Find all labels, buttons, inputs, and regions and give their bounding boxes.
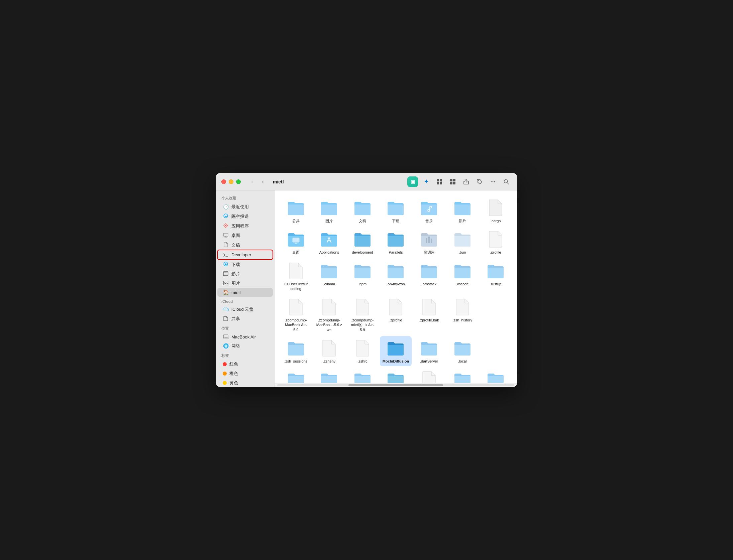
- sidebar-item-tag-yellow-label: 黄色: [229, 380, 238, 386]
- file-item-downloads[interactable]: 下载: [380, 196, 412, 226]
- pictures-icon: [223, 281, 229, 286]
- sidebar-item-shared[interactable]: 共享: [217, 314, 273, 323]
- file-item-vscode[interactable]: .vscode: [446, 259, 479, 294]
- file-item-dart-tool[interactable]: .dart-tool: [380, 368, 412, 383]
- file-label-dartserver: .dartServer: [420, 359, 438, 364]
- file-item-movies[interactable]: 影片: [446, 196, 479, 226]
- sidebar-item-downloads[interactable]: 下载: [217, 260, 273, 269]
- sidebar-item-tag-orange[interactable]: 橙色: [217, 369, 273, 378]
- sort-button[interactable]: [447, 176, 458, 187]
- maximize-button[interactable]: [236, 179, 241, 184]
- file-item-zcompdump3[interactable]: .zcompdump-mietl的...k Air-5.9: [346, 295, 379, 335]
- file-label-orbstack: .orbstack: [422, 282, 437, 286]
- sidebar-item-macbook[interactable]: MacBook Air: [217, 332, 273, 341]
- sidebar-item-tag-orange-label: 橙色: [229, 371, 238, 377]
- file-item-rustup[interactable]: .rustup: [480, 259, 512, 294]
- svg-rect-22: [224, 272, 224, 272]
- desktop-icon: [223, 233, 229, 239]
- file-label-mochidiffusion: MochiDiffusion: [383, 359, 409, 364]
- file-item-npm[interactable]: .npm: [346, 259, 379, 294]
- network-icon: 🌐: [223, 343, 229, 348]
- share-button[interactable]: [461, 176, 472, 187]
- file-item-pictures[interactable]: 图片: [313, 196, 345, 226]
- svg-rect-3: [440, 182, 442, 184]
- file-item-gonggong[interactable]: 公共: [280, 196, 312, 226]
- airdrop-icon: [223, 213, 229, 220]
- file-item-profile[interactable]: .profile: [480, 227, 512, 257]
- file-icon-zshrc: [353, 339, 372, 358]
- file-label-cfuser: .CFUserTextEncoding: [283, 282, 309, 291]
- tag-button[interactable]: [474, 176, 485, 187]
- file-item-documents[interactable]: 文稿: [346, 196, 379, 226]
- file-item-ollama[interactable]: .ollama: [313, 259, 345, 294]
- folder-icon-ssh: [486, 370, 505, 383]
- scrollbar-track[interactable]: [277, 384, 514, 386]
- file-label-library: 资源库: [424, 250, 435, 255]
- file-item-flutter[interactable]: .flutter: [413, 368, 445, 383]
- sidebar-item-icloud-drive[interactable]: iCloud 云盘: [217, 305, 273, 314]
- file-item-dartserver[interactable]: .dartServer: [413, 336, 445, 366]
- file-item-zprofile-bak[interactable]: .zprofile.bak: [413, 295, 445, 335]
- file-item-orbstack[interactable]: .orbstack: [413, 259, 445, 294]
- file-item-config[interactable]: .config: [346, 368, 379, 383]
- sidebar-item-tag-red[interactable]: 红色: [217, 360, 273, 369]
- home-icon: 🏠: [223, 290, 229, 295]
- back-button[interactable]: ‹: [247, 178, 257, 185]
- sidebar-item-airdrop[interactable]: 隔空投送: [217, 212, 273, 221]
- file-item-pub-cache[interactable]: .pub-cache: [446, 368, 479, 383]
- file-item-bun[interactable]: .bun: [446, 227, 479, 257]
- file-label-rustup: .rustup: [490, 282, 501, 286]
- sidebar-item-developer[interactable]: Developer: [217, 250, 273, 260]
- sidebar-item-pictures-label: 图片: [231, 280, 240, 286]
- file-item-zsh-sessions[interactable]: .zsh_sessions: [280, 336, 312, 366]
- sidebar-item-movies[interactable]: 影片: [217, 269, 273, 279]
- file-item-ssh[interactable]: .ssh: [480, 368, 512, 383]
- forward-button[interactable]: ›: [258, 178, 268, 185]
- folder-icon-desktop: [287, 230, 305, 249]
- file-item-desktop[interactable]: 桌面: [280, 227, 312, 257]
- sidebar-section-favorites: 个人收藏: [216, 193, 274, 202]
- file-item-local[interactable]: .local: [446, 336, 479, 366]
- sidebar-item-pictures[interactable]: 图片: [217, 279, 273, 288]
- sidebar-item-documents[interactable]: 文稿: [217, 240, 273, 250]
- folder-icon-movies: [453, 198, 472, 217]
- file-item-android[interactable]: .android: [280, 368, 312, 383]
- file-item-zcompdump1[interactable]: .zcompdump-MacBook Air-5.9: [280, 295, 312, 335]
- sidebar-item-tag-yellow[interactable]: 黄色: [217, 378, 273, 387]
- folder-icon-dart-tool: [386, 370, 405, 383]
- file-item-cfuser[interactable]: .CFUserTextEncoding: [280, 259, 312, 294]
- folder-icon-zsh-sessions: [287, 339, 305, 358]
- file-item-parallels[interactable]: Parallels: [380, 227, 412, 257]
- file-item-zsh-history[interactable]: .zsh_history: [446, 295, 479, 335]
- file-item-zshenv[interactable]: .zshenv: [313, 336, 345, 366]
- file-item-development[interactable]: development: [346, 227, 379, 257]
- file-item-oh-my-zsh[interactable]: .oh-my-zsh: [380, 259, 412, 294]
- file-item-mochidiffusion[interactable]: MochiDiffusion: [380, 336, 412, 366]
- sidebar-item-network[interactable]: 🌐 网络: [217, 341, 273, 351]
- minimize-button[interactable]: [229, 179, 233, 184]
- search-button[interactable]: [501, 176, 512, 187]
- sidebar-item-mietl[interactable]: 🏠 mietl: [217, 288, 273, 297]
- sidebar-item-desktop[interactable]: 桌面: [217, 231, 273, 240]
- sidebar-item-applications[interactable]: 应用程序: [217, 221, 273, 231]
- scrollbar-thumb[interactable]: [348, 384, 443, 386]
- sidebar-item-recents[interactable]: 🕐 最近使用: [217, 202, 273, 212]
- file-item-cache[interactable]: .cache: [313, 368, 345, 383]
- file-item-applications[interactable]: Applications: [313, 227, 345, 257]
- file-icon-zprofile-bak: [420, 298, 438, 316]
- file-item-cargo[interactable]: .cargo: [480, 196, 512, 226]
- folder-icon-config: [353, 370, 372, 383]
- path-title: mietl: [273, 179, 284, 184]
- folder-icon-bun: [453, 230, 472, 249]
- file-item-library[interactable]: 资源库: [413, 227, 445, 257]
- close-button[interactable]: [221, 179, 226, 184]
- active-app-icon[interactable]: ▣: [407, 176, 418, 187]
- more-button[interactable]: [488, 176, 498, 187]
- grid-view-button[interactable]: [434, 176, 445, 187]
- svg-point-26: [224, 282, 225, 283]
- file-item-zshrc[interactable]: .zshrc: [346, 336, 379, 366]
- file-item-music[interactable]: 音乐: [413, 196, 445, 226]
- vscode-icon[interactable]: ✦: [421, 176, 431, 187]
- file-item-zcompdump2[interactable]: .zcompdump-MacBoo...-5.9.zwc: [313, 295, 345, 335]
- file-item-zprofile[interactable]: .zprofile: [380, 295, 412, 335]
